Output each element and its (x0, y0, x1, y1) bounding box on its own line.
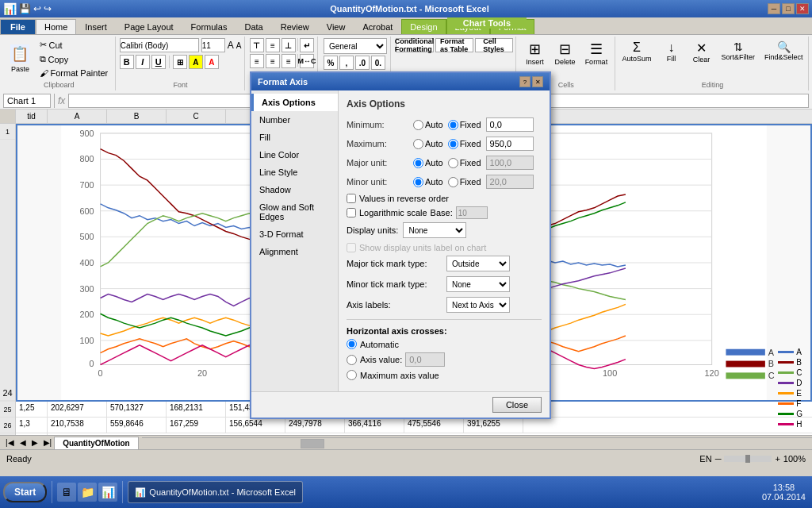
axis-value-cross-radio[interactable] (347, 355, 357, 365)
tab-acrobat[interactable]: Acrobat (354, 19, 401, 34)
major-auto-radio[interactable] (413, 158, 423, 168)
undo-qat-btn[interactable]: ↩ (33, 3, 41, 14)
close-btn[interactable]: ✕ (796, 3, 809, 14)
wrap-text-btn[interactable]: ↵ (300, 38, 314, 52)
tab-nav-last[interactable]: ▶| (41, 438, 55, 447)
maximum-fixed-radio[interactable] (448, 139, 458, 149)
maximum-auto-radio[interactable] (413, 139, 423, 149)
major-fixed-label[interactable]: Fixed (448, 158, 481, 168)
align-center-btn[interactable]: ≡ (266, 54, 280, 68)
sidebar-item-glow[interactable]: Glow and Soft Edges (251, 198, 338, 225)
tab-page-layout[interactable]: Page Layout (116, 19, 182, 34)
tab-nav-next[interactable]: ▶ (29, 438, 40, 447)
sidebar-item-fill[interactable]: Fill (251, 129, 338, 146)
minor-auto-radio[interactable] (413, 177, 423, 187)
automatic-cross-radio[interactable] (347, 339, 357, 349)
tab-file[interactable]: File (0, 19, 36, 34)
align-middle-btn[interactable]: ≡ (266, 38, 280, 52)
save-qat-btn[interactable]: 💾 (19, 3, 31, 14)
cell-26-c[interactable]: 167,259 (167, 418, 226, 433)
font-color-button[interactable]: A (205, 55, 219, 69)
cell-25-b[interactable]: 570,1327 (107, 402, 167, 417)
base-value-input[interactable] (456, 206, 488, 219)
tab-insert[interactable]: Insert (76, 19, 116, 34)
align-top-btn[interactable]: ⊤ (250, 38, 264, 52)
major-fixed-radio[interactable] (448, 158, 458, 168)
tab-design[interactable]: Design (401, 19, 446, 34)
format-painter-button[interactable]: 🖌 Format Painter (36, 67, 112, 79)
tab-home[interactable]: Home (36, 19, 76, 34)
comma-btn[interactable]: , (339, 56, 354, 70)
cell-25-c[interactable]: 168,2131 (167, 402, 226, 417)
borders-button[interactable]: ⊞ (173, 55, 187, 69)
paste-button[interactable]: 📋 Paste (6, 42, 34, 75)
start-button[interactable]: Start (3, 482, 47, 502)
desktop-shortcut[interactable]: 🖥 (57, 483, 76, 502)
show-units-checkbox[interactable] (347, 243, 356, 252)
maximum-auto-label[interactable]: Auto (413, 139, 443, 149)
dialog-help-btn[interactable]: ? (519, 76, 530, 87)
file-manager-shortcut[interactable]: 📁 (78, 483, 97, 502)
increase-decimal-btn[interactable]: .0 (355, 56, 370, 70)
decrease-decimal-btn[interactable]: 0. (371, 56, 385, 70)
minor-fixed-label[interactable]: Fixed (448, 177, 481, 187)
max-axis-cross-radio[interactable] (347, 370, 357, 380)
find-select-btn[interactable]: 🔍 Find&Select (760, 38, 807, 66)
cell-styles-btn[interactable]: CellStyles (475, 38, 513, 52)
tab-formulas[interactable]: Formulas (182, 19, 236, 34)
major-auto-label[interactable]: Auto (413, 158, 443, 168)
tab-review[interactable]: Review (272, 19, 318, 34)
cell-26-a[interactable]: 210,7538 (48, 418, 107, 433)
sidebar-item-axis-options[interactable]: Axis Options (251, 94, 338, 111)
sheet-tab-quantity[interactable]: QuantityOfMotion (54, 437, 138, 449)
minimum-auto-radio[interactable] (413, 120, 423, 130)
align-right-btn[interactable]: ≡ (282, 54, 296, 68)
sidebar-item-3d-format[interactable]: 3-D Format (251, 225, 338, 243)
underline-button[interactable]: U (151, 55, 166, 69)
cut-button[interactable]: ✂ Cut (36, 38, 112, 52)
sidebar-item-line-style[interactable]: Line Style (251, 164, 338, 181)
axis-labels-select[interactable]: Next to Axis (446, 297, 510, 313)
minor-tick-select[interactable]: None (446, 276, 510, 292)
insert-btn[interactable]: ⊞ Insert (521, 38, 550, 68)
zoom-in-btn[interactable]: + (775, 454, 779, 464)
cell-26-1[interactable]: 1,3 (16, 418, 48, 433)
scrollbar-thumb[interactable] (301, 439, 324, 448)
sidebar-item-alignment[interactable]: Alignment (251, 243, 338, 260)
zoom-slider[interactable] (724, 456, 772, 462)
tab-nav-prev[interactable]: ◀ (17, 438, 29, 447)
redo-qat-btn[interactable]: ↪ (44, 3, 52, 14)
clear-btn[interactable]: ✕ Clear (687, 38, 715, 66)
align-bottom-btn[interactable]: ⊥ (282, 38, 296, 52)
display-units-select[interactable]: None (403, 222, 466, 238)
fill-color-button[interactable]: A (189, 55, 203, 69)
horizontal-scrollbar[interactable] (142, 437, 812, 448)
minor-unit-value-input[interactable] (486, 175, 534, 189)
maximize-btn[interactable]: □ (782, 3, 795, 14)
name-box[interactable] (3, 94, 51, 108)
major-tick-select[interactable]: Outside (446, 256, 510, 271)
tab-view[interactable]: View (318, 19, 354, 34)
axis-cross-value-input[interactable] (405, 352, 445, 367)
maximum-fixed-label[interactable]: Fixed (448, 139, 481, 149)
percent-btn[interactable]: % (324, 56, 338, 70)
align-left-btn[interactable]: ≡ (250, 54, 264, 68)
sidebar-item-number[interactable]: Number (251, 111, 338, 129)
excel-shortcut[interactable]: 📊 (98, 483, 117, 502)
minor-fixed-radio[interactable] (448, 177, 458, 187)
number-format-select[interactable]: General (324, 38, 387, 54)
minor-auto-label[interactable]: Auto (413, 177, 443, 187)
dialog-close-button[interactable]: Close (492, 397, 542, 413)
merge-center-btn[interactable]: M↔C (300, 54, 314, 68)
cell-26-f[interactable]: 366,4116 (345, 418, 404, 433)
cell-25-a[interactable]: 202,6297 (48, 402, 107, 417)
minimum-value-input[interactable] (486, 117, 534, 132)
minimum-auto-label[interactable]: Auto (413, 120, 443, 130)
sort-filter-btn[interactable]: ⇅ Sort&Filter (717, 38, 759, 66)
copy-button[interactable]: ⧉ Copy (36, 52, 112, 66)
tab-nav-first[interactable]: |◀ (3, 438, 17, 447)
font-name-input[interactable] (120, 38, 199, 52)
reverse-values-checkbox[interactable] (347, 194, 356, 203)
format-table-btn[interactable]: Formatas Table (435, 38, 473, 52)
cell-25-1[interactable]: 1,25 (16, 402, 48, 417)
